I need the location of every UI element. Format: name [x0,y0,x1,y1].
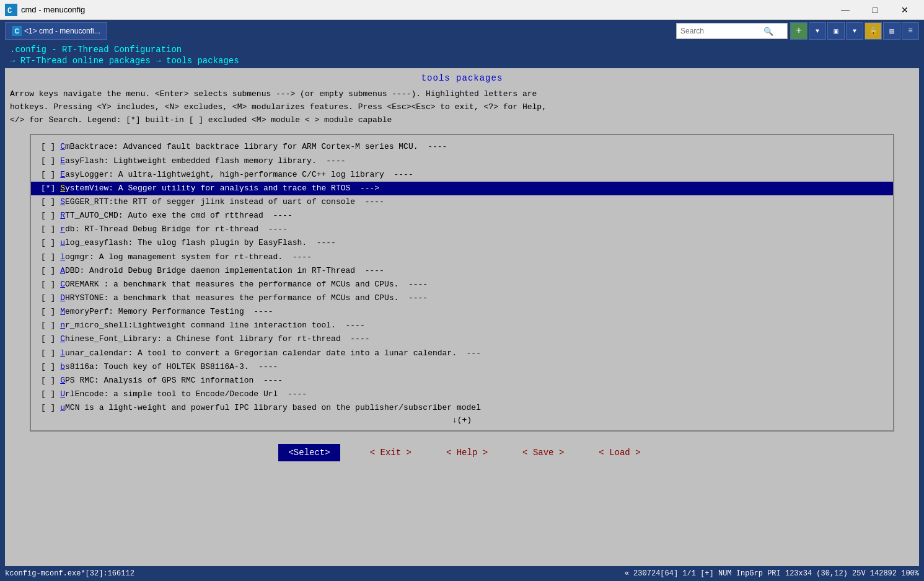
search-box-container: 🔍 [676,23,788,39]
status-left: kconfig-mconf.exe*[32]:166112 [5,569,134,578]
list-item[interactable]: [ ] ulog_easyflash: The ulog flash plugi… [31,236,893,250]
title-bar: C cmd - menuconfig — □ ✕ [0,0,924,20]
main-window: .config - RT-Thread Configuration → RT-T… [0,42,924,581]
help-line2: hotkeys. Pressing <Y> includes, <N> excl… [10,101,914,114]
search-bar: 🔍 + ▼ ▣ ▼ 🔒 ▤ ≡ [676,22,919,40]
list-item[interactable]: [ ] logmgr: A log management system for … [31,251,893,264]
lock-icon[interactable]: 🔒 [865,22,882,40]
bottom-buttons: <Select> < Exit > < Help > < Save > < Lo… [5,437,919,466]
terminal-tab-icon: C [12,26,22,36]
layout-dropdown-icon[interactable]: ▼ [846,22,863,40]
select-button[interactable]: <Select> [278,444,340,461]
inner-content: tools packages Arrow keys navigate the m… [5,68,919,581]
list-item[interactable]: [ ] lunar_calendar: A tool to convert a … [31,347,893,360]
menu-icon[interactable]: ≡ [902,22,919,40]
breadcrumb-area: .config - RT-Thread Configuration → RT-T… [0,42,924,68]
title-bar-left: C cmd - menuconfig [5,4,85,16]
list-item[interactable]: [ ] EasyLogger: A ultra-lightweight, hig… [31,168,893,182]
list-item[interactable]: [*] SystemView: A Segger utility for ana… [31,182,893,195]
breadcrumb-line1: .config - RT-Thread Configuration [10,45,914,55]
save-button[interactable]: < Save > [517,444,569,461]
help-button[interactable]: < Help > [441,444,493,461]
maximize-button[interactable]: □ [861,0,889,20]
list-item[interactable]: [ ] rdb: RT-Thread Debug Bridge for rt-t… [31,223,893,236]
help-line3: </> for Search. Legend: [*] built-in [ ]… [10,114,914,127]
status-right: « 230724[64] 1/1 [+] NUM InpGrp PRI 123x… [625,569,919,578]
load-button[interactable]: < Load > [594,444,645,461]
panel-title: tools packages [5,68,919,86]
menu-list: [ ] CmBacktrace: Advanced fault backtrac… [30,134,894,432]
layout-icon[interactable]: ▣ [827,22,845,40]
app-icon: C [5,4,17,16]
list-item[interactable]: [ ] RTT_AUTO_CMD: Auto exe the cmd of rt… [31,209,893,223]
terminal-tab-label: <1> cmd - menuconfi... [24,27,100,35]
list-item[interactable]: [ ] UrlEncode: a simple tool to Encode/D… [31,388,893,401]
search-input[interactable] [680,27,761,35]
terminal-tab[interactable]: C <1> cmd - menuconfi... [5,22,107,40]
list-item[interactable]: [ ] uMCN is a light-weight and powerful … [31,401,893,415]
list-item[interactable]: [ ] nr_micro_shell:Lightweight command l… [31,319,893,332]
svg-text:C: C [7,7,12,16]
scroll-indicator: ↓(+) [31,415,893,425]
list-item[interactable]: [ ] EasyFlash: Lightweight embedded flas… [31,154,893,168]
toolbar-icons: + ▼ ▣ ▼ 🔒 ▤ ≡ [790,22,919,40]
panel-icon[interactable]: ▤ [883,22,900,40]
panel-title-text: tools packages [421,73,503,83]
search-icon: 🔍 [763,27,773,36]
help-text: Arrow keys navigate the menu. <Enter> se… [5,86,919,129]
menu-bar: C <1> cmd - menuconfi... 🔍 + ▼ ▣ ▼ 🔒 ▤ ≡ [0,20,924,42]
minimize-button[interactable]: — [831,0,860,20]
window-title: cmd - menuconfig [21,5,85,14]
list-item[interactable]: [ ] Chinese_Font_Library: a Chinese font… [31,332,893,346]
list-item[interactable]: [ ] bs8116a: Touch key of HOLTEK BS8116A… [31,360,893,374]
list-item[interactable]: [ ] CmBacktrace: Advanced fault backtrac… [31,140,893,154]
list-item[interactable]: [ ] COREMARK : a benchmark that measures… [31,278,893,291]
window-controls: — □ ✕ [831,0,919,20]
list-item[interactable]: [ ] ADBD: Android Debug Bridge daemon im… [31,264,893,278]
exit-button[interactable]: < Exit > [365,444,416,461]
add-icon[interactable]: + [790,22,807,40]
list-item[interactable]: [ ] GPS RMC: Analysis of GPS RMC informa… [31,374,893,388]
list-item[interactable]: [ ] SEGGER_RTT:the RTT of segger jlink i… [31,195,893,209]
breadcrumb-line2: → RT-Thread online packages → tools pack… [10,56,914,66]
help-line1: Arrow keys navigate the menu. <Enter> se… [10,88,914,101]
status-bar: kconfig-mconf.exe*[32]:166112 « 230724[6… [0,566,924,581]
dropdown-icon[interactable]: ▼ [809,22,826,40]
close-button[interactable]: ✕ [891,0,919,20]
list-item[interactable]: [ ] MemoryPerf: Memory Performance Testi… [31,305,893,319]
list-item[interactable]: [ ] DHRYSTONE: a benchmark that measures… [31,291,893,305]
